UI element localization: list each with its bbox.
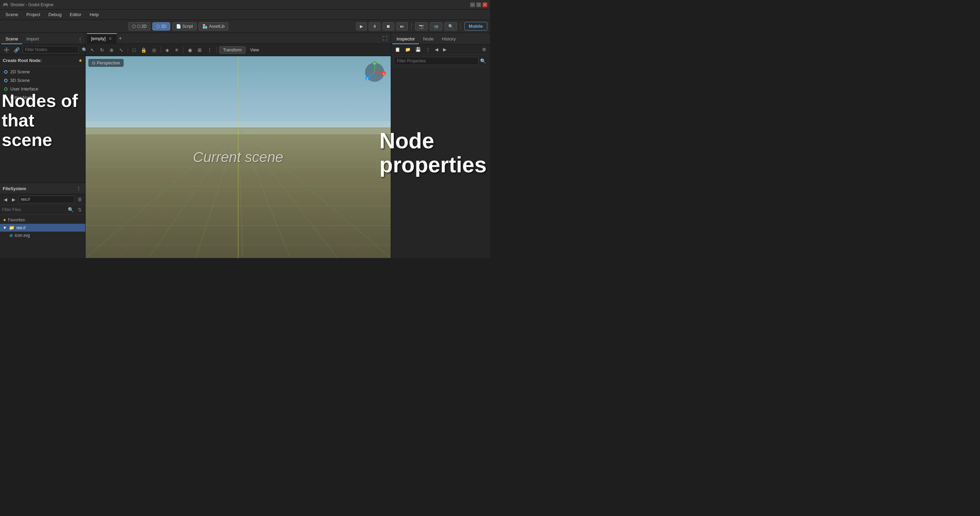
scene-tabs-options-button[interactable]: ⋮ bbox=[76, 36, 84, 43]
inspector-new-script-button[interactable]: 📋 bbox=[393, 46, 402, 53]
viewport-toolbar: ↖ ↻ ⊕ ⤡ □ 🔒 ◎ ◈ ✳ ◉ ⊞ ⋮ Transform View bbox=[86, 44, 391, 56]
fs-folder-icon-res: 📁 bbox=[9, 225, 14, 230]
perspective-label[interactable]: ⊙ Perspective bbox=[88, 59, 124, 67]
node-dot-userinterface bbox=[4, 88, 8, 91]
minimize-button[interactable]: — bbox=[470, 2, 475, 7]
node-item-3dscene[interactable]: 3D Scene bbox=[0, 76, 85, 84]
fs-path-input[interactable] bbox=[19, 196, 75, 203]
tab-history[interactable]: History bbox=[438, 34, 460, 44]
inspector-save-button[interactable]: 💾 bbox=[414, 46, 423, 53]
inspector-forward-button[interactable]: ▶ bbox=[441, 46, 448, 53]
inspector-back-button[interactable]: ◀ bbox=[433, 46, 440, 53]
grid-svg bbox=[86, 56, 391, 258]
fs-item-res[interactable]: ▼ 📁 res:// bbox=[0, 224, 85, 232]
perspective-text: Perspective bbox=[97, 60, 120, 65]
node-item-othernode[interactable]: Other Node bbox=[0, 93, 85, 102]
3d-icon: ⬡ bbox=[156, 24, 159, 29]
svg-text:Z: Z bbox=[367, 77, 368, 80]
env-tool-button[interactable]: ◉ bbox=[186, 46, 194, 54]
transform-button[interactable]: Transform bbox=[219, 46, 245, 54]
menu-scene[interactable]: Scene bbox=[2, 11, 22, 19]
filesystem-nav: ◀ ▶ ☰ bbox=[0, 194, 85, 205]
rotate-tool-button[interactable]: ↻ bbox=[98, 46, 106, 54]
rect-tool-button[interactable]: □ bbox=[130, 46, 137, 54]
viewport-tab-close-button[interactable]: ✕ bbox=[108, 36, 113, 41]
vp-tool-sep-4 bbox=[216, 46, 217, 53]
fs-item-label-res: res:// bbox=[16, 225, 26, 230]
filter-properties-search-icon[interactable]: 🔍 bbox=[479, 57, 487, 64]
mobile-button[interactable]: Mobile bbox=[464, 22, 487, 30]
title-bar-controls: — □ ✕ bbox=[470, 2, 487, 7]
tab-scene[interactable]: Scene bbox=[2, 34, 22, 44]
step-button[interactable]: ⏭ bbox=[396, 22, 408, 30]
filesystem-panel: FileSystem ⋮ ◀ ▶ ☰ 🔍 ⇅ ★ Favorites: bbox=[0, 183, 85, 258]
filter-files-input[interactable] bbox=[2, 207, 65, 212]
svg-text:Y: Y bbox=[374, 62, 375, 65]
viewport-more-button[interactable]: ⋮ bbox=[205, 46, 214, 54]
tab-inspector[interactable]: Inspector bbox=[392, 34, 419, 44]
camera-b-button[interactable]: 📹 bbox=[430, 22, 442, 30]
fs-back-button[interactable]: ◀ bbox=[2, 196, 9, 203]
viewport-3d[interactable]: ⊙ Perspective Current scene Y X bbox=[86, 56, 391, 258]
fs-layout-button[interactable]: ☰ bbox=[76, 196, 84, 203]
filter-properties-input[interactable] bbox=[394, 57, 479, 65]
search-button[interactable]: 🔍 bbox=[444, 22, 457, 30]
node-item-userinterface[interactable]: User Interface bbox=[0, 84, 85, 93]
menu-editor[interactable]: Editor bbox=[67, 11, 85, 19]
menu-help[interactable]: Help bbox=[86, 11, 102, 19]
fs-forward-button[interactable]: ▶ bbox=[10, 196, 17, 203]
mesh-tool-button[interactable]: ◈ bbox=[163, 46, 171, 54]
view-button[interactable]: View bbox=[247, 46, 262, 53]
filter-nodes-input[interactable] bbox=[22, 46, 79, 53]
filter-files-search-icon[interactable]: 🔍 bbox=[67, 206, 75, 213]
vp-tool-sep-2 bbox=[161, 46, 161, 53]
tab-import[interactable]: Import bbox=[22, 34, 43, 44]
snap-tool-button[interactable]: ✳ bbox=[173, 46, 181, 54]
instance-scene-button[interactable]: 🔗 bbox=[12, 46, 21, 53]
favorites-label: Favorites: bbox=[8, 218, 26, 222]
pivot-tool-button[interactable]: ◎ bbox=[150, 46, 158, 54]
inspector-options-button[interactable]: ⋮ bbox=[424, 46, 432, 53]
select-tool-button[interactable]: ↖ bbox=[88, 46, 97, 54]
app-icon: 🎮 bbox=[3, 2, 8, 7]
play-button[interactable]: ▶ bbox=[356, 22, 367, 30]
fs-item-iconsvg[interactable]: ⊞ icon.svg bbox=[0, 232, 85, 239]
inspector-load-button[interactable]: 📁 bbox=[403, 46, 412, 53]
stop-button[interactable]: ⏹ bbox=[382, 22, 394, 30]
menu-project[interactable]: Project bbox=[23, 11, 43, 19]
menu-bar: Scene Project Debug Editor Help bbox=[0, 10, 490, 20]
viewport-fullscreen-button[interactable]: ⛶ bbox=[380, 34, 389, 43]
btn-2d[interactable]: ⬡ ⬡ 2D bbox=[129, 22, 151, 30]
viewport-tab-empty[interactable]: [empty] ✕ bbox=[87, 33, 117, 43]
camera-a-button[interactable]: 📷 bbox=[415, 22, 428, 30]
svg-text:X: X bbox=[383, 73, 385, 75]
viewport: [empty] ✕ + ⛶ ↖ ↻ ⊕ ⤡ □ 🔒 ◎ ◈ ✳ ◉ ⊞ ⋮ Tr… bbox=[86, 33, 391, 258]
filesystem-options-button[interactable]: ⋮ bbox=[75, 185, 83, 192]
menu-debug[interactable]: Debug bbox=[45, 11, 65, 19]
title-bar-left: 🎮 Shooter - Godot Engine bbox=[3, 2, 53, 7]
script-label: Script bbox=[183, 24, 193, 29]
btn-script[interactable]: 📄 Script bbox=[172, 22, 197, 30]
perspective-icon: ⊙ bbox=[92, 60, 95, 65]
btn-assetlib[interactable]: 🏪 AssetLib bbox=[199, 22, 228, 30]
tab-node[interactable]: Node bbox=[419, 34, 438, 44]
filter-properties: 🔍 bbox=[391, 55, 490, 67]
btn-3d[interactable]: ⬡ 3D bbox=[153, 22, 170, 30]
2d-label: ⬡ 2D bbox=[137, 24, 147, 29]
node-label-othernode: Other Node bbox=[10, 95, 33, 100]
filter-files-sort-icon[interactable]: ⇅ bbox=[76, 206, 83, 213]
inspector-settings-button[interactable]: ⚙ bbox=[480, 46, 488, 53]
pause-button[interactable]: ⏸ bbox=[369, 22, 380, 30]
pan-tool-button[interactable]: ⊕ bbox=[108, 46, 116, 54]
maximize-button[interactable]: □ bbox=[476, 2, 481, 7]
create-root-label: Create Root Node: bbox=[3, 58, 42, 63]
viewport-add-tab-button[interactable]: + bbox=[117, 35, 124, 41]
left-panel: Scene Import ⋮ ➕ 🔗 🔍 ⋮ Create Root Node:… bbox=[0, 33, 86, 258]
node-item-2dscene[interactable]: 2D Scene bbox=[0, 67, 85, 76]
axis-gizmo: Y X Z bbox=[363, 60, 387, 84]
group-tool-button[interactable]: ⊞ bbox=[196, 46, 204, 54]
scale-tool-button[interactable]: ⤡ bbox=[117, 46, 125, 54]
add-node-button[interactable]: ➕ bbox=[2, 46, 11, 53]
lock-tool-button[interactable]: 🔒 bbox=[139, 46, 149, 54]
close-button[interactable]: ✕ bbox=[482, 2, 487, 7]
